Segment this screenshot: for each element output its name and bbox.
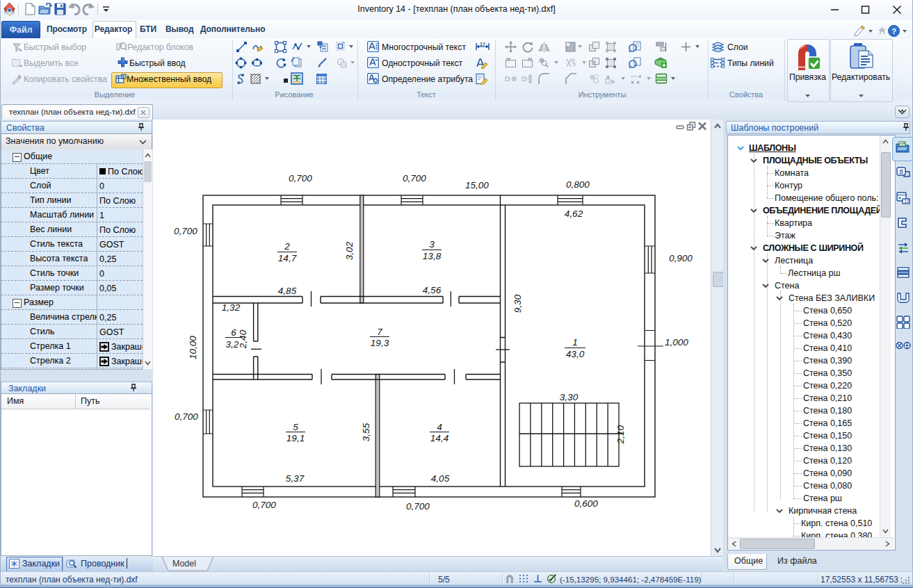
svg-text:9,30: 9,30 bbox=[512, 294, 523, 313]
svg-text:1,000: 1,000 bbox=[665, 337, 688, 348]
svg-text:0,700: 0,700 bbox=[175, 411, 198, 422]
svg-text:43,0: 43,0 bbox=[566, 349, 585, 359]
svg-text:13,8: 13,8 bbox=[423, 251, 442, 261]
svg-text:4,85: 4,85 bbox=[278, 286, 297, 296]
svg-text:0,900: 0,900 bbox=[669, 253, 693, 263]
svg-text:0,700: 0,700 bbox=[252, 500, 276, 510]
svg-text:?: ? bbox=[891, 27, 896, 35]
svg-text:4,62: 4,62 bbox=[565, 209, 583, 219]
svg-text:10,00: 10,00 bbox=[188, 336, 198, 359]
svg-text:2,10: 2,10 bbox=[615, 425, 626, 444]
svg-text:1,32: 1,32 bbox=[222, 302, 241, 313]
svg-text:0,700: 0,700 bbox=[289, 173, 312, 183]
svg-text:3,02: 3,02 bbox=[344, 241, 355, 260]
svg-text:4: 4 bbox=[437, 422, 442, 432]
svg-text:5: 5 bbox=[293, 422, 298, 432]
svg-text:3,30: 3,30 bbox=[560, 392, 579, 402]
svg-text:3,2: 3,2 bbox=[226, 339, 239, 350]
svg-text:1: 1 bbox=[572, 337, 578, 348]
svg-text:14,7: 14,7 bbox=[278, 253, 297, 263]
svg-text:3: 3 bbox=[429, 239, 435, 250]
svg-text:6: 6 bbox=[231, 327, 236, 338]
svg-text:2,40: 2,40 bbox=[238, 329, 248, 349]
svg-text:19,1: 19,1 bbox=[286, 433, 305, 443]
svg-text:4,05: 4,05 bbox=[431, 473, 450, 484]
svg-text:0,800: 0,800 bbox=[566, 179, 590, 190]
svg-text:5,37: 5,37 bbox=[286, 473, 305, 484]
svg-text:15,00: 15,00 bbox=[465, 180, 489, 190]
svg-text:2: 2 bbox=[284, 241, 290, 252]
svg-text:1?: 1? bbox=[480, 42, 485, 47]
svg-text:0,700: 0,700 bbox=[406, 501, 430, 512]
svg-text:0,700: 0,700 bbox=[403, 173, 426, 183]
svg-text:S: S bbox=[899, 168, 903, 175]
svg-text:7: 7 bbox=[377, 327, 382, 337]
svg-text:10: 10 bbox=[904, 199, 910, 204]
svg-text:19,3: 19,3 bbox=[371, 338, 389, 348]
svg-text:0,700: 0,700 bbox=[174, 226, 197, 236]
svg-text:b: b bbox=[611, 79, 615, 85]
svg-text:4,56: 4,56 bbox=[423, 285, 442, 295]
svg-text:3,55: 3,55 bbox=[361, 423, 371, 441]
svg-text:14,4: 14,4 bbox=[430, 433, 449, 443]
svg-text:0,600: 0,600 bbox=[574, 498, 598, 509]
